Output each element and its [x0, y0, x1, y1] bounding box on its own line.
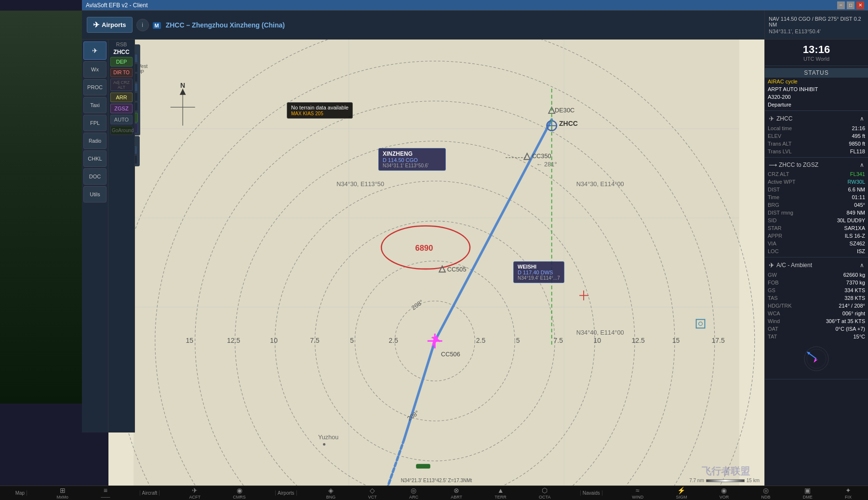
status-header: STATUS	[765, 68, 868, 78]
phase-value: Departure	[768, 102, 791, 108]
window-controls: − □ ✕	[837, 1, 864, 9]
svg-text:12.5: 12.5	[227, 337, 240, 344]
doc-btn[interactable]: DOC	[83, 168, 107, 185]
svg-text:10: 10	[270, 337, 278, 344]
dir-to-btn[interactable]: DIR TO	[110, 68, 133, 77]
svg-text:CC505: CC505	[447, 266, 467, 273]
utc-time: 13:16	[768, 41, 865, 56]
elev-value: 495 ft	[852, 133, 865, 139]
svg-text:CC506: CC506	[441, 351, 460, 358]
svg-text:6890: 6890	[415, 243, 433, 253]
trans-lvl-row: Trans LVL FL118	[768, 148, 865, 155]
dep-btn[interactable]: DEP	[110, 57, 133, 67]
utc-label: UTC World	[768, 56, 865, 64]
sigm-toolbar-btn[interactable]: ⚡ SIGM	[673, 486, 690, 500]
time-value: 01:11	[852, 194, 865, 200]
wca-value: 006° right	[842, 311, 865, 316]
minimize-button[interactable]: −	[837, 1, 845, 9]
tat-value: 15°C	[853, 334, 865, 339]
svg-text:N: N	[180, 81, 185, 89]
map-svg: 2.5 5 7.5 10 12.5 15 17.5 2.5 5 7.5 10 1…	[108, 40, 764, 486]
restore-button[interactable]: □	[847, 1, 855, 9]
ambient-title: A/C - Ambient	[776, 262, 812, 269]
flight-panel: RSB ZHCC DEP DIR TO Adj CRZ ALT ARR ZGSZ…	[108, 40, 135, 432]
scale-bar: 7.7 nm 15 km	[689, 478, 760, 483]
svg-text:N34°30, E113°50: N34°30, E113°50	[336, 180, 384, 188]
taxi-btn[interactable]: Taxi	[83, 97, 107, 113]
chkl-btn[interactable]: CHKL	[83, 150, 107, 167]
xinzheng-popup: XINZHENG D 114.50 CGO N34°31.1' E113°50.…	[378, 148, 446, 171]
abrt-toolbar-btn[interactable]: ⊗ ABRT	[448, 486, 465, 500]
zhcc-section-title: ✈ ZHCC ∧	[768, 113, 865, 124]
route-expand-btn[interactable]: ∧	[860, 162, 864, 168]
auto-btn[interactable]: AUTO	[110, 115, 133, 124]
vor-toolbar-btn[interactable]: ◉ VOR	[717, 486, 732, 500]
dist-value: 6.6 NM	[848, 187, 865, 192]
departure-status-btn[interactable]	[416, 464, 430, 469]
oat-value: 0°C (ISA +7)	[835, 326, 865, 332]
dist-rmng-value: 849 NM	[846, 210, 865, 216]
mxmo-toolbar-btn[interactable]: ⊞ MxMo	[53, 486, 71, 500]
adj-crz-btn[interactable]: Adj CRZ ALT	[110, 79, 133, 91]
airac-row: AIRAC cycle	[768, 78, 865, 85]
dme-toolbar-btn[interactable]: ▣ DME	[800, 486, 815, 500]
time-section: 13:16 UTC World	[765, 40, 868, 66]
sid-value: 30L DUD9Y	[837, 217, 865, 223]
radio-btn[interactable]: Radio	[83, 133, 107, 149]
fix-toolbar-btn[interactable]: ✦ FIX	[842, 486, 855, 500]
terr-toolbar-btn[interactable]: ▲ TERR	[492, 486, 509, 500]
trans-alt-row: Trans ALT 9850 ft	[768, 140, 865, 148]
─-toolbar-btn[interactable]: ≡ ───	[98, 486, 113, 500]
ndb-toolbar-btn[interactable]: ◎ NDB	[759, 486, 774, 500]
svg-text:Yuzhou: Yuzhou	[318, 433, 339, 441]
bottom-map-section: Map	[13, 490, 27, 496]
octa-toolbar-btn[interactable]: ⬡ OCTA	[536, 486, 553, 500]
svg-text:17.5: 17.5	[711, 337, 724, 344]
zhcc-expand-btn[interactable]: ∧	[860, 115, 864, 122]
topbar: ✈ Airports i M ZHCC – Zhengzhou Xinzheng…	[82, 11, 764, 40]
route-section: ⟶ ZHCC to ZGSZ ∧ CRZ ALT FL341 Active WP…	[765, 158, 868, 257]
vct-toolbar-btn[interactable]: ◇ VCT	[365, 486, 380, 500]
zhcc-title: ZHCC	[776, 115, 792, 122]
goaround-btn[interactable]: GoAround	[110, 126, 133, 135]
plane-icon: ✈	[93, 20, 99, 29]
proc-btn[interactable]: PROC	[83, 79, 107, 95]
aircraft-type-row: A320-200	[768, 93, 865, 101]
titlebar: AvlaSoft EFB v2 - Client − □ ✕	[82, 0, 868, 11]
fpl-btn[interactable]: FPL	[83, 115, 107, 131]
ambient-expand-btn[interactable]: ∧	[860, 262, 864, 269]
tas-value: 328 KTS	[844, 295, 865, 301]
airports-btn[interactable]: ✈	[83, 41, 107, 60]
zhcc-airport-section: ✈ ZHCC ∧ Local time 21:16 ELEV 495 ft Tr…	[765, 111, 868, 158]
phase-row: Departure	[768, 101, 865, 108]
svg-text:N34°40, E114°00: N34°40, E114°00	[576, 329, 624, 336]
bng-toolbar-btn[interactable]: ◈ BNG	[323, 486, 339, 500]
wind-indicator	[768, 340, 865, 377]
arr-btn[interactable]: ARR	[110, 93, 133, 102]
wind-value: 306°T at 35 KTS	[826, 318, 865, 324]
aircraft-type-value: A320-200	[768, 94, 791, 100]
cockpit-background	[0, 11, 82, 404]
loc-value: ISZ	[857, 248, 865, 254]
airports-button[interactable]: ✈ Airports	[87, 17, 133, 33]
via-value: SZ462	[850, 241, 865, 246]
map-area[interactable]: 2.5 5 7.5 10 12.5 15 17.5 2.5 5 7.5 10 1…	[108, 40, 764, 486]
svg-text:ZHCC: ZHCC	[559, 120, 578, 127]
wx-btn[interactable]: Wx	[83, 61, 107, 78]
zgsz-btn[interactable]: ZGSZ	[110, 104, 133, 113]
star-value: SAR1XA	[844, 225, 865, 231]
close-button[interactable]: ✕	[856, 1, 864, 9]
wind-toolbar-btn[interactable]: ≈ WIND	[629, 486, 646, 500]
svg-text:10: 10	[593, 337, 601, 344]
acft-toolbar-btn[interactable]: ✈ ACFT	[187, 486, 204, 500]
route-title: ZHCC to ZGSZ	[779, 162, 818, 168]
info-button[interactable]: i	[136, 19, 149, 31]
utils-btn[interactable]: Utils	[83, 186, 107, 203]
airport-title: M ZHCC – Zhengzhou Xinzheng (China)	[153, 21, 285, 29]
svg-text:5: 5	[516, 337, 520, 344]
cmrs-toolbar-btn[interactable]: ◉ CMRS	[230, 486, 249, 500]
gw-value: 62660 kg	[843, 272, 865, 278]
arc-toolbar-btn[interactable]: ◎ ARC	[406, 486, 421, 500]
gs-value: 334 KTS	[844, 287, 865, 293]
svg-point-53	[323, 443, 325, 446]
